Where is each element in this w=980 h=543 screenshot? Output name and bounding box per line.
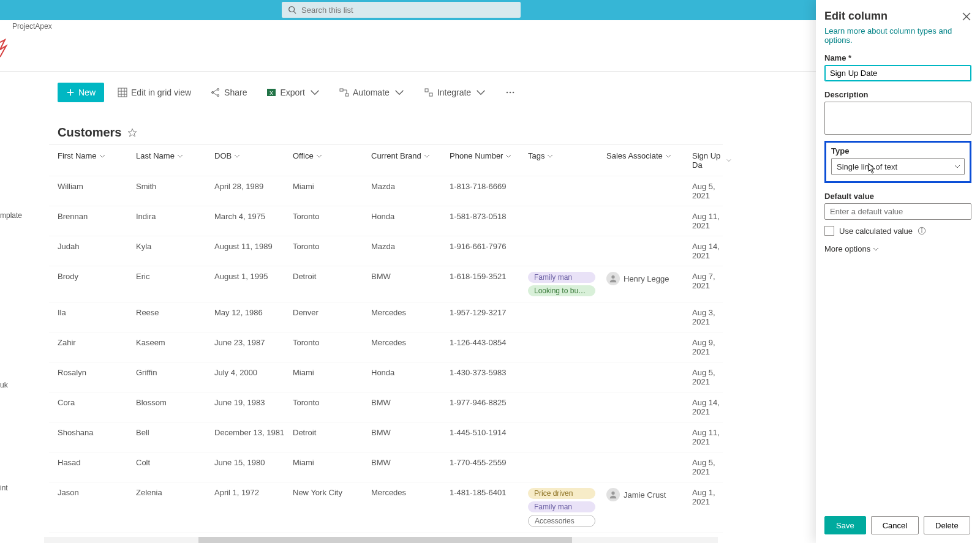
table-row[interactable]: BrodyEricAugust 1, 1995DetroitBMW1-618-1… bbox=[49, 266, 723, 302]
save-button[interactable]: Save bbox=[824, 516, 866, 534]
table-cell: BMW bbox=[371, 272, 450, 281]
star-icon[interactable] bbox=[127, 128, 137, 138]
date-cell: Aug 5, 2021 bbox=[692, 182, 731, 200]
column-header[interactable]: Current Brand bbox=[371, 151, 450, 160]
table-cell: William bbox=[58, 182, 136, 191]
date-cell: Aug 9, 2021 bbox=[692, 338, 731, 356]
chevron-down-icon bbox=[726, 157, 731, 163]
panel-footer: Save Cancel Delete bbox=[824, 510, 971, 543]
date-cell: Aug 1, 2021 bbox=[692, 488, 731, 506]
learn-more-link[interactable]: Learn more about column types and option… bbox=[824, 26, 971, 45]
table-row[interactable]: WilliamSmithApril 28, 1989MiamiMazda1-81… bbox=[49, 176, 723, 206]
table-cell: Honda bbox=[371, 368, 450, 377]
table-row[interactable]: JasonZeleniaApril 1, 1972New York CityMe… bbox=[49, 482, 723, 533]
edit-grid-button[interactable]: Edit in grid view bbox=[111, 83, 197, 102]
avatar bbox=[606, 272, 620, 285]
avatar bbox=[606, 488, 620, 501]
tags-cell: Family manLooking to buy s… bbox=[528, 272, 606, 296]
svg-point-22 bbox=[611, 492, 614, 495]
column-header[interactable]: First Name bbox=[58, 151, 136, 160]
table-cell: Mazda bbox=[371, 242, 450, 251]
integrate-button[interactable]: Integrate bbox=[418, 83, 492, 102]
table-cell: Judah bbox=[58, 242, 136, 251]
table-row[interactable]: HasadColtJune 15, 1980MiamiBMW1-770-455-… bbox=[49, 452, 723, 482]
calculated-value-row[interactable]: Use calculated value bbox=[824, 226, 971, 236]
table-cell: Zelenia bbox=[136, 488, 214, 497]
table-cell: New York City bbox=[293, 488, 371, 497]
table-row[interactable]: RosalynGriffinJuly 4, 2000MiamiHonda1-43… bbox=[49, 362, 723, 392]
name-input[interactable] bbox=[824, 65, 971, 81]
overflow-button[interactable] bbox=[499, 83, 521, 102]
share-icon bbox=[211, 88, 221, 97]
search-box[interactable] bbox=[282, 2, 521, 18]
svg-point-18 bbox=[507, 92, 508, 94]
svg-point-21 bbox=[611, 275, 614, 279]
chevron-down-icon bbox=[234, 153, 240, 159]
column-header[interactable]: Last Name bbox=[136, 151, 214, 160]
table-row[interactable]: BrennanIndiraMarch 4, 1975TorontoHonda1-… bbox=[49, 206, 723, 236]
more-options-toggle[interactable]: More options bbox=[824, 244, 971, 253]
table-row[interactable]: ZahirKaseemJune 23, 1987TorontoMercedes1… bbox=[49, 332, 723, 362]
date-cell: Aug 14, 2021 bbox=[692, 242, 731, 260]
table-cell: Cora bbox=[58, 398, 136, 407]
cancel-button[interactable]: Cancel bbox=[871, 516, 919, 534]
grid-icon bbox=[118, 88, 127, 97]
table-cell: August 11, 1989 bbox=[214, 242, 293, 251]
table-cell: Bell bbox=[136, 428, 214, 437]
column-header-row: First NameLast NameDOBOfficeCurrent Bran… bbox=[49, 144, 723, 176]
table-cell: Mercedes bbox=[371, 308, 450, 317]
list-title: Customers bbox=[58, 125, 121, 140]
left-nav-fragment-2: uk bbox=[0, 381, 8, 389]
panel-title: Edit column bbox=[824, 10, 888, 23]
search-input[interactable] bbox=[301, 6, 514, 15]
automate-button[interactable]: Automate bbox=[333, 83, 410, 102]
associate-cell: Henry Legge bbox=[606, 272, 692, 285]
table-cell: Honda bbox=[371, 212, 450, 221]
table-row[interactable]: IlaReeseMay 12, 1986DenverMercedes1-957-… bbox=[49, 302, 723, 332]
scrollbar-thumb[interactable] bbox=[198, 537, 572, 543]
type-label: Type bbox=[831, 146, 965, 155]
table-cell: Brennan bbox=[58, 212, 136, 221]
table-cell: April 28, 1989 bbox=[214, 182, 293, 191]
default-value-label: Default value bbox=[824, 192, 971, 201]
calculated-checkbox[interactable] bbox=[824, 226, 834, 236]
excel-icon: X bbox=[266, 88, 276, 97]
table-cell: Mercedes bbox=[371, 338, 450, 347]
site-logo bbox=[0, 37, 5, 62]
table-cell: June 23, 1987 bbox=[214, 338, 293, 347]
horizontal-scrollbar[interactable] bbox=[44, 537, 718, 543]
new-button[interactable]: New bbox=[58, 83, 104, 102]
column-header[interactable]: Sign Up Da bbox=[692, 151, 731, 170]
table-cell: BMW bbox=[371, 458, 450, 467]
list-grid: First NameLast NameDOBOfficeCurrent Bran… bbox=[49, 144, 723, 543]
table-cell: Colt bbox=[136, 458, 214, 467]
default-value-input[interactable] bbox=[824, 203, 971, 220]
table-cell: August 1, 1995 bbox=[214, 272, 293, 281]
column-header[interactable]: Phone Number bbox=[450, 151, 528, 160]
calculated-label: Use calculated value bbox=[839, 227, 913, 236]
close-icon[interactable] bbox=[962, 12, 971, 21]
info-icon[interactable] bbox=[918, 227, 926, 235]
type-dropdown[interactable]: Single line of text bbox=[831, 158, 965, 175]
plus-icon bbox=[66, 88, 75, 97]
date-cell: Aug 7, 2021 bbox=[692, 272, 731, 290]
table-cell: Blossom bbox=[136, 398, 214, 407]
column-header[interactable]: Tags bbox=[528, 151, 606, 160]
table-row[interactable]: ShoshanaBellDecember 13, 1981DetroitBMW1… bbox=[49, 422, 723, 452]
description-input[interactable] bbox=[824, 102, 971, 135]
share-button[interactable]: Share bbox=[205, 83, 253, 102]
table-row[interactable]: CoraBlossomJune 19, 1983TorontoBMW1-977-… bbox=[49, 392, 723, 422]
column-header[interactable]: DOB bbox=[214, 151, 293, 160]
table-cell: Jason bbox=[58, 488, 136, 497]
column-header[interactable]: Sales Associate bbox=[606, 151, 692, 160]
export-button[interactable]: X Export bbox=[260, 83, 325, 102]
chevron-down-icon bbox=[476, 88, 486, 97]
table-cell: BMW bbox=[371, 428, 450, 437]
column-header[interactable]: Office bbox=[293, 151, 371, 160]
delete-button[interactable]: Delete bbox=[924, 516, 970, 534]
table-row[interactable]: JudahKylaAugust 11, 1989TorontoMazda1-91… bbox=[49, 236, 723, 266]
tags-cell: Price drivenFamily manAccessories bbox=[528, 488, 606, 527]
date-cell: Aug 3, 2021 bbox=[692, 308, 731, 326]
svg-point-10 bbox=[217, 89, 219, 91]
table-cell: Rosalyn bbox=[58, 368, 136, 377]
